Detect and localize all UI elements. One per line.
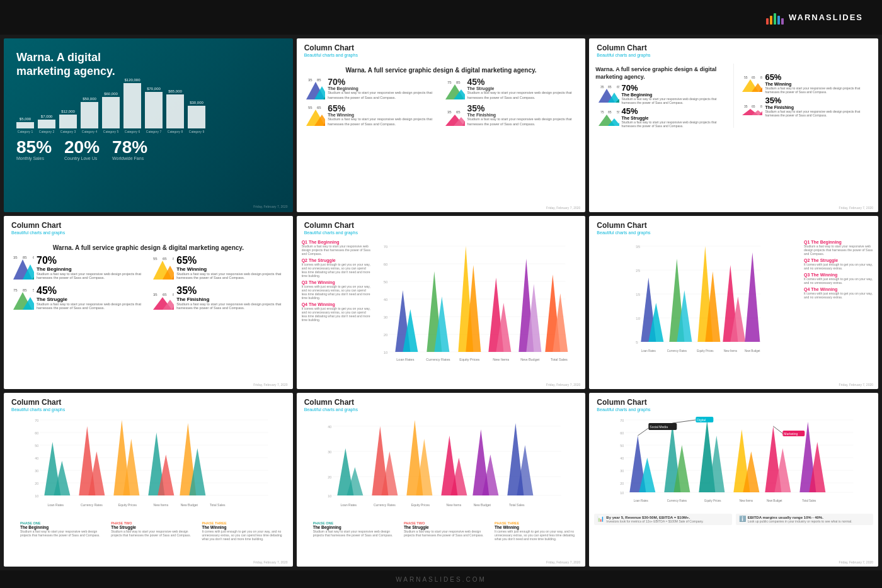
slide-4-agency: Warna. A full service graphic design & d… bbox=[10, 244, 287, 252]
slide-3-subtitle: Beautiful charts and graphs bbox=[597, 53, 871, 57]
mountain-item-4: 35 65 85 35% The Finishing Studium a fas… bbox=[442, 103, 579, 127]
slide-7-phases: PHASE ONE The Beginning Studium a fast w… bbox=[9, 521, 288, 541]
bar-group-3: $12,000 Category 3 bbox=[59, 110, 77, 133]
mountain-svg-4: 35 65 85 bbox=[442, 103, 465, 127]
svg-text:70: 70 bbox=[35, 419, 38, 422]
svg-text:New Budget: New Budget bbox=[181, 503, 198, 507]
slide-4-header: Column Chart Beautiful charts and graphs bbox=[4, 216, 293, 237]
slide-6-q3: Q3 The Winning It comes with just enough… bbox=[804, 273, 873, 285]
slide-8-phase-2: PHASE TWO The Struggle Studium a fast wa… bbox=[404, 521, 490, 541]
svg-text:New Items: New Items bbox=[446, 503, 461, 507]
slide-7-title: Column Chart bbox=[11, 398, 285, 407]
svg-text:30: 30 bbox=[621, 469, 624, 473]
slide-8-date: Friday, February 7, 2020 bbox=[546, 560, 580, 564]
slide-9-header: Column Chart Beautiful charts and graphs bbox=[589, 393, 878, 414]
stat-country: 20% Country Love Us bbox=[64, 139, 100, 161]
mountain-svg-3: 55 65 85 bbox=[303, 103, 326, 127]
slide-8-phase-1: PHASE ONE The Beginning Studium a fast w… bbox=[313, 521, 399, 541]
bar-group-9: $30,000 Category 9 bbox=[188, 101, 205, 133]
slide-8-content: 40 30 20 10 Loan Rates Currency Rates bbox=[297, 414, 586, 543]
mountain-item-3: 55 65 85 65% The Winning Studium a fast … bbox=[303, 103, 440, 127]
svg-text:70: 70 bbox=[383, 245, 387, 249]
slide-2: Column Chart Beautiful charts and graphs… bbox=[297, 38, 586, 212]
svg-text:50: 50 bbox=[35, 444, 38, 448]
svg-text:20: 20 bbox=[35, 482, 38, 485]
slide-6-q4: Q4 The Winning It comes with just enough… bbox=[804, 287, 873, 299]
svg-text:50: 50 bbox=[383, 280, 387, 284]
svg-text:Equity Prices: Equity Prices bbox=[705, 499, 722, 502]
bar-group-2: $7,000 Category 2 bbox=[38, 115, 55, 133]
slide-3: Column Chart Beautiful charts and graphs… bbox=[589, 38, 878, 212]
phase-2: PHASE TWO The Struggle Studium a fast wa… bbox=[111, 521, 197, 541]
slide-7-content: 70 60 50 40 30 20 10 bbox=[4, 414, 293, 543]
svg-text:75: 75 bbox=[13, 288, 18, 292]
svg-text:15: 15 bbox=[636, 293, 641, 297]
svg-text:New Items: New Items bbox=[154, 503, 169, 507]
info-box-2: ℹ️ EBITDA margins usually range 10% - 40… bbox=[736, 514, 873, 525]
svg-text:65: 65 bbox=[317, 106, 321, 110]
slide-6-list: Q1 The Beginning Studium a fast way to s… bbox=[804, 240, 873, 368]
slide-9-subtitle: Beautiful charts and graphs bbox=[597, 407, 871, 412]
svg-text:20: 20 bbox=[383, 333, 387, 337]
svg-text:Equity Prices: Equity Prices bbox=[411, 503, 430, 507]
slide-5-header: Column Chart Beautiful charts and graphs bbox=[297, 216, 586, 237]
info-box-1: 📊 By year 5, Revenue $30-50M, EBITDA = $… bbox=[594, 514, 731, 525]
svg-text:55: 55 bbox=[308, 106, 312, 110]
slide-date: Friday, February 7, 2020 bbox=[253, 205, 287, 208]
svg-text:10: 10 bbox=[35, 494, 38, 498]
bottom-bar: WARNASLIDES.COM bbox=[0, 570, 882, 588]
slide-4-item-4: 35 65 85 35% The Finishing Studium a fas… bbox=[150, 285, 286, 311]
mountain-info-4: 35% The Finishing Studium a fast way to … bbox=[467, 104, 580, 126]
slide-7-date: Friday, February 7, 2020 bbox=[253, 560, 287, 564]
q1-item: Q1 The Beginning Studium a fast way to s… bbox=[302, 240, 371, 256]
svg-text:New Items: New Items bbox=[724, 349, 738, 353]
slide-8: Column Chart Beautiful charts and graphs… bbox=[297, 393, 586, 567]
brand-name: WARNASLIDES bbox=[789, 13, 863, 22]
svg-text:New Budget: New Budget bbox=[745, 349, 760, 353]
slide-5-list: Q1 The Beginning Studium a fast way to s… bbox=[302, 240, 371, 368]
slide-4-date: Friday, February 7, 2020 bbox=[253, 383, 287, 387]
svg-text:Total Sales: Total Sales bbox=[210, 503, 226, 507]
svg-text:60: 60 bbox=[35, 431, 38, 435]
slide-grid: Warna. A digitalmarketing agency. $5,000… bbox=[0, 35, 882, 570]
slide-6-content: 35 25 15 10 5 Loan Rates bbox=[589, 237, 878, 371]
slide-1-title: Warna. A digitalmarketing agency. bbox=[16, 51, 280, 78]
slide-3-item-2: 55 65 85 65% The Winning Studium a fast … bbox=[739, 72, 872, 94]
slide-9-content: 70 60 50 40 30 20 10 bbox=[589, 414, 878, 528]
svg-text:55: 55 bbox=[744, 76, 748, 79]
mountain-item-1: 35 85 65 70% The Beginning Studium a fas… bbox=[303, 77, 440, 101]
svg-text:85: 85 bbox=[23, 256, 27, 259]
slide-4-item-1: 35 85 65 70% The Beginning Studium a fas… bbox=[10, 254, 146, 281]
svg-text:35: 35 bbox=[153, 293, 158, 297]
svg-text:New Budget: New Budget bbox=[767, 499, 782, 502]
svg-text:85: 85 bbox=[173, 257, 174, 261]
svg-text:40: 40 bbox=[328, 425, 331, 429]
svg-text:85: 85 bbox=[317, 78, 321, 82]
svg-text:Loan Rates: Loan Rates bbox=[340, 503, 357, 507]
slide-2-agency: Warna. A full service graphic design & d… bbox=[303, 66, 580, 74]
svg-text:New Items: New Items bbox=[740, 499, 753, 502]
svg-text:65: 65 bbox=[752, 105, 755, 108]
svg-text:Loan Rates: Loan Rates bbox=[48, 503, 64, 507]
svg-text:55: 55 bbox=[153, 257, 158, 261]
slide-2-date: Friday, February 7, 2020 bbox=[546, 206, 580, 210]
bar-group-7: $70,000 Category 7 bbox=[145, 87, 163, 133]
logo-icon bbox=[766, 11, 784, 25]
svg-text:40: 40 bbox=[621, 456, 624, 460]
svg-text:20: 20 bbox=[621, 482, 624, 485]
svg-text:Total Sales: Total Sales bbox=[803, 499, 817, 502]
slide-5-content: Q1 The Beginning Studium a fast way to s… bbox=[297, 237, 586, 371]
svg-text:85: 85 bbox=[23, 288, 27, 292]
slide-4-content: Warna. A full service graphic design & d… bbox=[4, 237, 293, 315]
mountain-svg-1: 35 85 65 bbox=[303, 77, 326, 101]
svg-text:10: 10 bbox=[328, 494, 331, 498]
svg-text:Digital: Digital bbox=[697, 418, 706, 422]
slide-4-title: Column Chart bbox=[11, 221, 285, 230]
slide-9-infoboxes: 📊 By year 5, Revenue $30-50M, EBITDA = $… bbox=[594, 514, 873, 525]
slide-6-header: Column Chart Beautiful charts and graphs bbox=[589, 216, 878, 237]
svg-text:Currency Rates: Currency Rates bbox=[426, 358, 450, 361]
top-bar: WARNASLIDES bbox=[0, 0, 882, 35]
bar-group-1: $5,000 Category 1 bbox=[16, 117, 34, 133]
svg-text:Loan Rates: Loan Rates bbox=[396, 358, 414, 361]
svg-text:25: 25 bbox=[636, 269, 641, 273]
